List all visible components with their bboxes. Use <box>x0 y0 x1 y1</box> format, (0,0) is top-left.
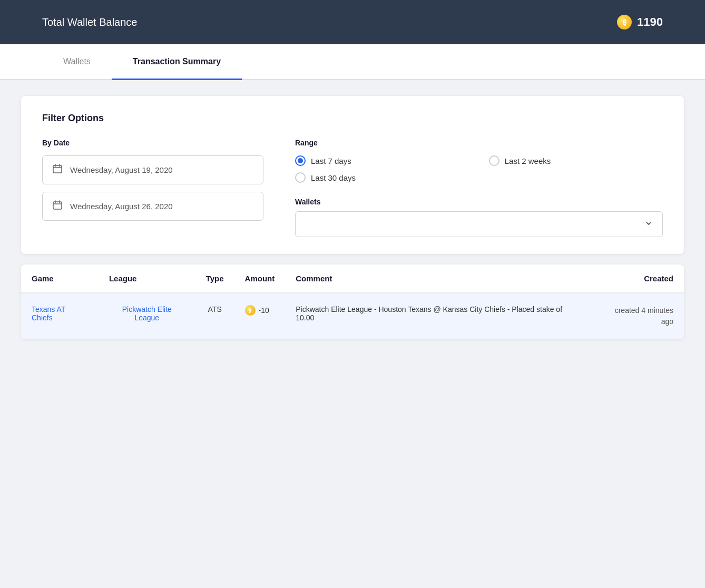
filter-body: By Date Wednesday, August 19, 2020 <box>42 139 663 237</box>
filter-by-date: By Date Wednesday, August 19, 2020 <box>42 139 263 237</box>
chevron-down-icon <box>644 219 653 229</box>
calendar-icon-end <box>52 200 63 213</box>
range-last2w-option[interactable]: Last 2 weeks <box>489 155 663 166</box>
filter-title: Filter Options <box>42 113 663 124</box>
filter-card: Filter Options By Date Wednesday, August… <box>21 96 684 254</box>
start-date-value: Wednesday, August 19, 2020 <box>70 165 173 174</box>
balance-bar: Total Wallet Balance ₿ 1190 <box>0 0 705 44</box>
amount-display: ₿ -10 <box>245 305 275 316</box>
start-date-input[interactable]: Wednesday, August 19, 2020 <box>42 155 263 184</box>
range-last7-option[interactable]: Last 7 days <box>295 155 468 166</box>
main-content: Filter Options By Date Wednesday, August… <box>0 96 705 339</box>
league-link[interactable]: Pickwatch Elite League <box>109 305 185 322</box>
range-radio-group: Last 7 days Last 2 weeks Last 30 days <box>295 155 663 183</box>
range-last2w-label: Last 2 weeks <box>505 156 551 165</box>
coin-icon-small: ₿ <box>245 305 256 316</box>
range-last7-label: Last 7 days <box>311 156 351 165</box>
table-header-row: Game League Type Amount Comment <box>21 264 684 293</box>
cell-game: Texans AT Chiefs <box>21 293 99 339</box>
tabs-container: Wallets Transaction Summary <box>0 44 705 80</box>
amount-value: -10 <box>259 306 269 315</box>
table-row: Texans AT Chiefs Pickwatch Elite League … <box>21 293 684 339</box>
cell-comment: Pickwatch Elite League - Houston Texans … <box>285 293 590 339</box>
cell-amount: ₿ -10 <box>234 293 286 339</box>
cell-league: Pickwatch Elite League <box>99 293 195 339</box>
svg-rect-0 <box>53 165 62 173</box>
comment-text: Pickwatch Elite League - Houston Texans … <box>296 305 562 322</box>
range-last30-radio[interactable] <box>295 172 306 183</box>
range-last30-label: Last 30 days <box>311 173 356 182</box>
balance-value: 1190 <box>637 15 663 29</box>
range-last7-radio[interactable] <box>295 155 306 166</box>
svg-rect-4 <box>53 202 62 209</box>
tab-wallets[interactable]: Wallets <box>42 44 112 79</box>
coin-icon: ₿ <box>617 15 632 30</box>
col-created: Created <box>590 264 684 293</box>
balance-label: Total Wallet Balance <box>42 16 137 28</box>
transactions-table: Game League Type Amount Comment <box>21 264 684 339</box>
range-label: Range <box>295 139 663 147</box>
range-last2w-radio[interactable] <box>489 155 500 166</box>
balance-amount: ₿ 1190 <box>617 15 663 30</box>
end-date-value: Wednesday, August 26, 2020 <box>70 202 173 211</box>
col-league: League <box>99 264 195 293</box>
cell-type: ATS <box>195 293 234 339</box>
game-link[interactable]: Texans AT Chiefs <box>32 305 65 322</box>
col-amount: Amount <box>234 264 286 293</box>
end-date-input[interactable]: Wednesday, August 26, 2020 <box>42 192 263 221</box>
wallets-filter-label: Wallets <box>295 198 663 206</box>
tab-transaction-summary[interactable]: Transaction Summary <box>112 44 242 79</box>
calendar-icon-start <box>52 163 63 177</box>
by-date-label: By Date <box>42 139 263 147</box>
cell-created: created 4 minutes ago <box>590 293 684 339</box>
wallets-dropdown[interactable] <box>295 211 663 237</box>
transactions-table-container: Game League Type Amount Comment <box>21 264 684 339</box>
filter-range-wallets: Range Last 7 days Last 2 weeks Last 30 d… <box>295 139 663 237</box>
col-comment: Comment <box>285 264 590 293</box>
col-game: Game <box>21 264 99 293</box>
col-type: Type <box>195 264 234 293</box>
range-last30-option[interactable]: Last 30 days <box>295 172 468 183</box>
created-text: created 4 minutes ago <box>601 305 673 327</box>
